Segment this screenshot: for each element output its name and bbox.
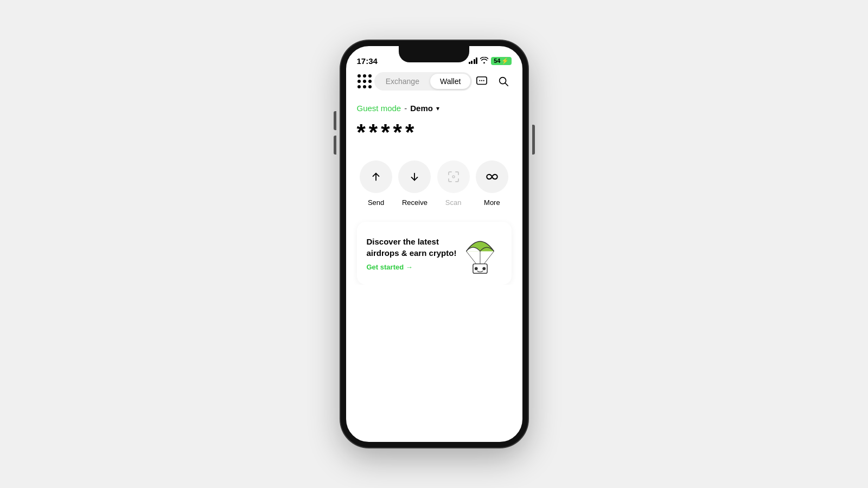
status-time: 17:34 xyxy=(357,56,378,66)
volume-up-button[interactable] xyxy=(334,111,336,130)
scan-circle xyxy=(437,160,470,193)
action-buttons: Send Receive xyxy=(357,160,512,207)
promo-text: Discover the latest airdrops & earn cryp… xyxy=(367,236,458,271)
grid-icon xyxy=(358,74,372,88)
top-nav: Exchange Wallet xyxy=(357,70,512,91)
nav-actions xyxy=(474,74,511,89)
receive-circle xyxy=(398,160,431,193)
svg-point-3 xyxy=(483,80,484,81)
guest-mode-label: Guest mode xyxy=(357,104,401,113)
svg-line-5 xyxy=(506,83,508,86)
svg-point-14 xyxy=(482,267,486,270)
svg-line-11 xyxy=(484,251,494,264)
wifi-icon xyxy=(480,57,488,65)
scan-icon xyxy=(447,170,460,183)
svg-point-13 xyxy=(474,267,477,270)
send-button[interactable]: Send xyxy=(360,160,392,207)
grid-menu-button[interactable] xyxy=(357,74,372,89)
power-button[interactable] xyxy=(532,125,535,155)
receive-button[interactable]: Receive xyxy=(398,160,431,207)
promo-card[interactable]: Discover the latest airdrops & earn cryp… xyxy=(357,222,512,285)
receive-icon xyxy=(409,171,420,183)
chat-icon xyxy=(476,75,488,87)
search-icon xyxy=(497,75,509,87)
mode-value: Demo xyxy=(410,104,433,113)
volume-down-button[interactable] xyxy=(334,136,336,155)
mode-row: Guest mode - Demo ▾ xyxy=(357,104,512,113)
svg-point-1 xyxy=(480,80,481,81)
send-circle xyxy=(360,160,392,193)
screen-content: Exchange Wallet xyxy=(346,70,522,285)
phone-device: 17:34 54 ⚡ xyxy=(341,41,528,447)
receive-label: Receive xyxy=(402,198,427,207)
more-icon xyxy=(485,170,499,184)
scan-button[interactable]: Scan xyxy=(437,160,470,207)
more-circle xyxy=(476,160,508,193)
svg-point-8 xyxy=(452,176,455,178)
send-label: Send xyxy=(368,198,384,207)
search-button[interactable] xyxy=(496,74,511,89)
phone-frame: 17:34 54 ⚡ xyxy=(341,41,528,447)
scan-label: Scan xyxy=(445,198,462,207)
promo-cta[interactable]: Get started → xyxy=(367,263,458,271)
battery-icon: 54 ⚡ xyxy=(491,57,511,65)
send-icon xyxy=(370,171,382,183)
status-icons: 54 ⚡ xyxy=(469,57,512,65)
parachute-illustration xyxy=(458,232,502,275)
signal-icon xyxy=(469,57,478,64)
messages-button[interactable] xyxy=(474,74,489,89)
more-label: More xyxy=(484,198,500,207)
tab-exchange[interactable]: Exchange xyxy=(376,74,429,89)
balance-display: ***** xyxy=(357,119,512,145)
mode-separator: - xyxy=(404,104,407,113)
promo-title: Discover the latest airdrops & earn cryp… xyxy=(367,236,458,259)
tab-wallet[interactable]: Wallet xyxy=(430,74,470,89)
svg-point-2 xyxy=(481,80,482,81)
chevron-down-icon[interactable]: ▾ xyxy=(436,105,439,112)
tab-switcher: Exchange Wallet xyxy=(374,72,473,91)
more-button[interactable]: More xyxy=(476,160,508,207)
phone-notch xyxy=(399,46,469,62)
svg-line-9 xyxy=(466,251,476,264)
